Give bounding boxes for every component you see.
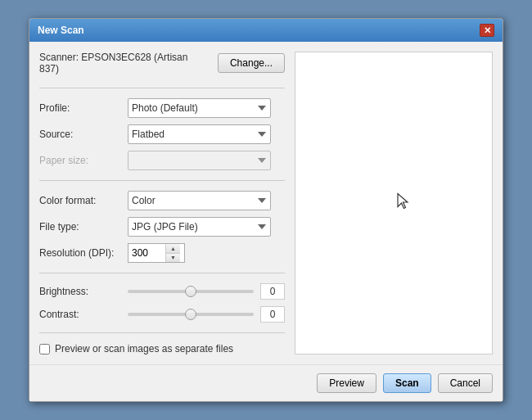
scan-button[interactable]: Scan [383,373,431,393]
resolution-row: Resolution (DPI): ▲ ▼ [39,243,285,263]
resolution-label: Resolution (DPI): [39,247,121,259]
file-type-label: File type: [39,221,121,233]
preview-button[interactable]: Preview [317,373,376,393]
left-panel: Scanner: EPSON3EC628 (Artisan 837) Chang… [39,52,285,355]
cursor-icon [396,192,411,215]
brightness-slider-container: 0 [128,283,285,300]
color-format-label: Color format: [39,195,121,206]
checkbox-row: Preview or scan images as separate files [39,343,285,355]
resolution-up-button[interactable]: ▲ [166,244,180,254]
contrast-slider-container: 0 [128,306,285,323]
close-button[interactable]: ✕ [480,24,494,37]
dialog-title: New Scan [38,25,84,36]
contrast-track [128,313,254,316]
separator-2 [39,180,285,181]
separator-1 [39,88,285,88]
source-row: Source: Flatbed ADF Duplex [39,124,285,144]
checkbox-label: Preview or scan images as separate files [55,343,233,355]
resolution-input[interactable] [128,244,165,262]
scanner-row: Scanner: EPSON3EC628 (Artisan 837) Chang… [39,52,285,75]
separator-4 [39,332,285,333]
color-format-select[interactable]: Color Grayscale Black and White [128,191,271,210]
brightness-thumb[interactable] [185,286,196,297]
dialog: New Scan ✕ Scanner: EPSON3EC628 (Artisan… [29,18,503,402]
file-type-row: File type: JPG (JPG File) PNG (PNG File)… [39,217,285,237]
title-bar: New Scan ✕ [29,19,503,42]
paper-size-row: Paper size: [39,151,285,170]
resolution-spinner: ▲ ▼ [128,243,185,263]
brightness-label: Brightness: [39,286,121,297]
contrast-label: Contrast: [39,309,121,320]
contrast-value: 0 [260,306,285,323]
cancel-button[interactable]: Cancel [438,373,493,393]
paper-size-label: Paper size: [39,155,121,166]
source-select[interactable]: Flatbed ADF Duplex [128,124,271,144]
change-button[interactable]: Change... [218,53,285,73]
preview-area [295,52,493,355]
profile-select[interactable]: Photo (Default) Documents Custom [128,98,271,118]
paper-size-select[interactable] [128,151,271,170]
resolution-down-button[interactable]: ▼ [166,254,180,263]
source-label: Source: [39,129,121,140]
contrast-thumb[interactable] [185,309,196,320]
dialog-body: Scanner: EPSON3EC628 (Artisan 837) Chang… [29,42,503,364]
file-type-select[interactable]: JPG (JPG File) PNG (PNG File) BMP (BMP F… [128,217,271,237]
color-format-row: Color format: Color Grayscale Black and … [39,191,285,210]
brightness-row: Brightness: 0 [39,283,285,300]
scanner-label: Scanner: EPSON3EC628 (Artisan 837) [39,52,210,75]
separator-3 [39,273,285,273]
contrast-row: Contrast: 0 [39,306,285,323]
profile-label: Profile: [39,102,121,114]
brightness-value: 0 [260,283,285,300]
resolution-spinners: ▲ ▼ [165,244,180,262]
separate-files-checkbox[interactable] [39,344,50,355]
profile-row: Profile: Photo (Default) Documents Custo… [39,98,285,118]
brightness-track [128,290,254,293]
footer: Preview Scan Cancel [29,364,503,401]
